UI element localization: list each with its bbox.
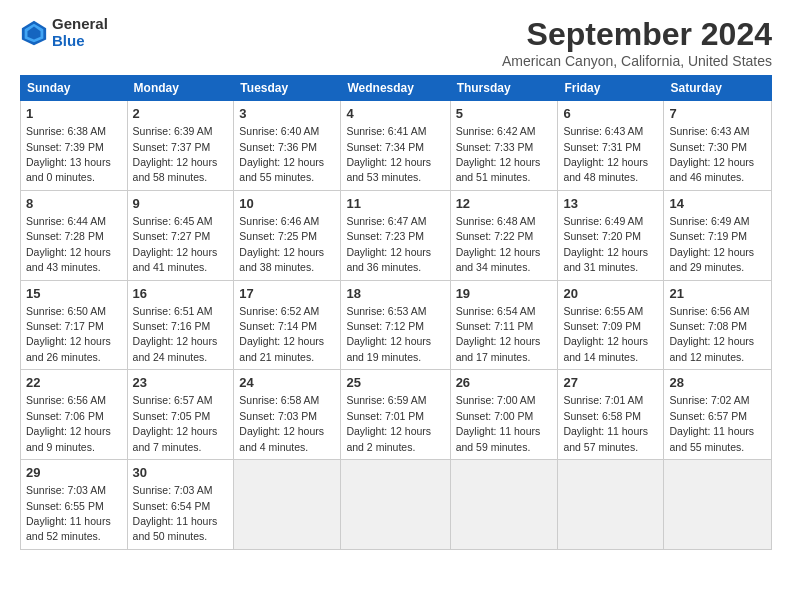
table-row: 17Sunrise: 6:52 AMSunset: 7:14 PMDayligh… xyxy=(234,280,341,370)
day-number: 20 xyxy=(563,285,658,303)
table-row: 14Sunrise: 6:49 AMSunset: 7:19 PMDayligh… xyxy=(664,190,772,280)
day-info: Sunrise: 7:03 AMSunset: 6:54 PMDaylight:… xyxy=(133,484,218,542)
calendar-row-2: 8Sunrise: 6:44 AMSunset: 7:28 PMDaylight… xyxy=(21,190,772,280)
table-row: 18Sunrise: 6:53 AMSunset: 7:12 PMDayligh… xyxy=(341,280,450,370)
day-info: Sunrise: 6:52 AMSunset: 7:14 PMDaylight:… xyxy=(239,305,324,363)
table-row: 26Sunrise: 7:00 AMSunset: 7:00 PMDayligh… xyxy=(450,370,558,460)
day-number: 17 xyxy=(239,285,335,303)
col-sunday: Sunday xyxy=(21,76,128,101)
table-row xyxy=(341,460,450,550)
table-row: 3Sunrise: 6:40 AMSunset: 7:36 PMDaylight… xyxy=(234,101,341,191)
day-info: Sunrise: 6:57 AMSunset: 7:05 PMDaylight:… xyxy=(133,394,218,452)
day-info: Sunrise: 6:58 AMSunset: 7:03 PMDaylight:… xyxy=(239,394,324,452)
day-info: Sunrise: 6:38 AMSunset: 7:39 PMDaylight:… xyxy=(26,125,111,183)
day-info: Sunrise: 7:03 AMSunset: 6:55 PMDaylight:… xyxy=(26,484,111,542)
table-row: 5Sunrise: 6:42 AMSunset: 7:33 PMDaylight… xyxy=(450,101,558,191)
table-row: 9Sunrise: 6:45 AMSunset: 7:27 PMDaylight… xyxy=(127,190,234,280)
day-number: 8 xyxy=(26,195,122,213)
col-monday: Monday xyxy=(127,76,234,101)
table-row: 13Sunrise: 6:49 AMSunset: 7:20 PMDayligh… xyxy=(558,190,664,280)
day-number: 12 xyxy=(456,195,553,213)
logo: General Blue xyxy=(20,16,108,49)
table-row xyxy=(558,460,664,550)
table-row: 11Sunrise: 6:47 AMSunset: 7:23 PMDayligh… xyxy=(341,190,450,280)
day-info: Sunrise: 6:56 AMSunset: 7:06 PMDaylight:… xyxy=(26,394,111,452)
logo-text: General Blue xyxy=(52,16,108,49)
day-number: 9 xyxy=(133,195,229,213)
table-row: 1Sunrise: 6:38 AMSunset: 7:39 PMDaylight… xyxy=(21,101,128,191)
calendar-row-3: 15Sunrise: 6:50 AMSunset: 7:17 PMDayligh… xyxy=(21,280,772,370)
col-tuesday: Tuesday xyxy=(234,76,341,101)
day-info: Sunrise: 6:46 AMSunset: 7:25 PMDaylight:… xyxy=(239,215,324,273)
day-info: Sunrise: 6:43 AMSunset: 7:30 PMDaylight:… xyxy=(669,125,754,183)
day-info: Sunrise: 6:47 AMSunset: 7:23 PMDaylight:… xyxy=(346,215,431,273)
table-row xyxy=(234,460,341,550)
day-number: 25 xyxy=(346,374,444,392)
table-row: 4Sunrise: 6:41 AMSunset: 7:34 PMDaylight… xyxy=(341,101,450,191)
day-info: Sunrise: 6:50 AMSunset: 7:17 PMDaylight:… xyxy=(26,305,111,363)
day-number: 26 xyxy=(456,374,553,392)
day-info: Sunrise: 6:49 AMSunset: 7:20 PMDaylight:… xyxy=(563,215,648,273)
day-info: Sunrise: 6:39 AMSunset: 7:37 PMDaylight:… xyxy=(133,125,218,183)
table-row: 2Sunrise: 6:39 AMSunset: 7:37 PMDaylight… xyxy=(127,101,234,191)
day-number: 14 xyxy=(669,195,766,213)
day-number: 7 xyxy=(669,105,766,123)
day-number: 4 xyxy=(346,105,444,123)
table-row: 16Sunrise: 6:51 AMSunset: 7:16 PMDayligh… xyxy=(127,280,234,370)
calendar-row-4: 22Sunrise: 6:56 AMSunset: 7:06 PMDayligh… xyxy=(21,370,772,460)
col-saturday: Saturday xyxy=(664,76,772,101)
day-info: Sunrise: 7:02 AMSunset: 6:57 PMDaylight:… xyxy=(669,394,754,452)
col-friday: Friday xyxy=(558,76,664,101)
table-row: 12Sunrise: 6:48 AMSunset: 7:22 PMDayligh… xyxy=(450,190,558,280)
day-number: 10 xyxy=(239,195,335,213)
table-row: 29Sunrise: 7:03 AMSunset: 6:55 PMDayligh… xyxy=(21,460,128,550)
table-row: 27Sunrise: 7:01 AMSunset: 6:58 PMDayligh… xyxy=(558,370,664,460)
day-info: Sunrise: 6:54 AMSunset: 7:11 PMDaylight:… xyxy=(456,305,541,363)
day-number: 6 xyxy=(563,105,658,123)
table-row: 8Sunrise: 6:44 AMSunset: 7:28 PMDaylight… xyxy=(21,190,128,280)
day-number: 3 xyxy=(239,105,335,123)
table-row: 10Sunrise: 6:46 AMSunset: 7:25 PMDayligh… xyxy=(234,190,341,280)
day-info: Sunrise: 6:59 AMSunset: 7:01 PMDaylight:… xyxy=(346,394,431,452)
table-row xyxy=(664,460,772,550)
day-number: 27 xyxy=(563,374,658,392)
day-number: 13 xyxy=(563,195,658,213)
day-number: 5 xyxy=(456,105,553,123)
day-number: 22 xyxy=(26,374,122,392)
table-row: 6Sunrise: 6:43 AMSunset: 7:31 PMDaylight… xyxy=(558,101,664,191)
day-number: 18 xyxy=(346,285,444,303)
day-number: 16 xyxy=(133,285,229,303)
day-number: 29 xyxy=(26,464,122,482)
day-info: Sunrise: 7:01 AMSunset: 6:58 PMDaylight:… xyxy=(563,394,648,452)
header-area: General Blue September 2024 American Can… xyxy=(20,16,772,69)
day-info: Sunrise: 6:53 AMSunset: 7:12 PMDaylight:… xyxy=(346,305,431,363)
location: American Canyon, California, United Stat… xyxy=(502,53,772,69)
table-row: 22Sunrise: 6:56 AMSunset: 7:06 PMDayligh… xyxy=(21,370,128,460)
title-area: September 2024 American Canyon, Californ… xyxy=(502,16,772,69)
day-number: 15 xyxy=(26,285,122,303)
calendar-row-5: 29Sunrise: 7:03 AMSunset: 6:55 PMDayligh… xyxy=(21,460,772,550)
day-number: 2 xyxy=(133,105,229,123)
day-number: 28 xyxy=(669,374,766,392)
table-row: 20Sunrise: 6:55 AMSunset: 7:09 PMDayligh… xyxy=(558,280,664,370)
day-info: Sunrise: 6:51 AMSunset: 7:16 PMDaylight:… xyxy=(133,305,218,363)
day-info: Sunrise: 7:00 AMSunset: 7:00 PMDaylight:… xyxy=(456,394,541,452)
day-info: Sunrise: 6:56 AMSunset: 7:08 PMDaylight:… xyxy=(669,305,754,363)
col-thursday: Thursday xyxy=(450,76,558,101)
table-row: 30Sunrise: 7:03 AMSunset: 6:54 PMDayligh… xyxy=(127,460,234,550)
col-wednesday: Wednesday xyxy=(341,76,450,101)
day-info: Sunrise: 6:45 AMSunset: 7:27 PMDaylight:… xyxy=(133,215,218,273)
logo-blue: Blue xyxy=(52,33,108,50)
day-number: 11 xyxy=(346,195,444,213)
calendar-table: Sunday Monday Tuesday Wednesday Thursday… xyxy=(20,75,772,550)
logo-general: General xyxy=(52,16,108,33)
day-number: 30 xyxy=(133,464,229,482)
table-row: 23Sunrise: 6:57 AMSunset: 7:05 PMDayligh… xyxy=(127,370,234,460)
day-number: 24 xyxy=(239,374,335,392)
logo-icon xyxy=(20,19,48,47)
day-number: 19 xyxy=(456,285,553,303)
day-info: Sunrise: 6:43 AMSunset: 7:31 PMDaylight:… xyxy=(563,125,648,183)
calendar-header-row: Sunday Monday Tuesday Wednesday Thursday… xyxy=(21,76,772,101)
day-info: Sunrise: 6:44 AMSunset: 7:28 PMDaylight:… xyxy=(26,215,111,273)
table-row: 15Sunrise: 6:50 AMSunset: 7:17 PMDayligh… xyxy=(21,280,128,370)
